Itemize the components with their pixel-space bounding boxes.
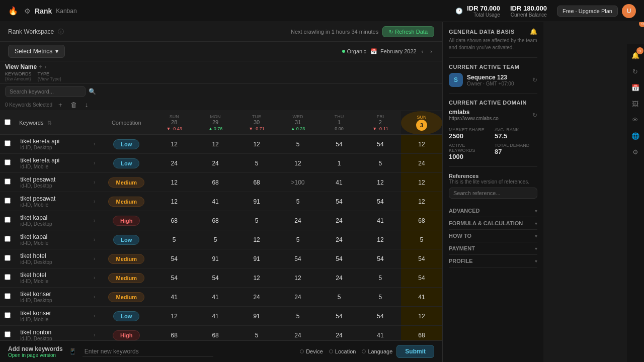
row-checkbox[interactable] [5, 236, 11, 242]
chevron-right-icon[interactable]: › [94, 160, 95, 166]
domain-sync-icon[interactable]: ↻ [532, 112, 537, 119]
keywords-column-header: Keywords ⇅ [15, 111, 99, 135]
rank-value-cell: 54 [318, 307, 360, 326]
row-checkbox[interactable] [5, 293, 11, 299]
competition-badge: Low [113, 311, 139, 321]
table-row: tiket kereta api id-ID, Desktop › Low121… [0, 135, 442, 154]
device-filter[interactable]: Device [300, 348, 323, 354]
keyword-name: tiket kereta api [20, 138, 59, 145]
row-checkbox[interactable] [5, 198, 11, 204]
notification-icon[interactable]: 🔔 9 [530, 28, 537, 35]
keyword-sub: id-ID, Desktop [20, 145, 59, 150]
accordion-item[interactable]: HOW TO ▾ [449, 230, 537, 242]
market-share-stat: MARKET SHARE 2500 [449, 127, 492, 140]
row-checkbox[interactable] [5, 312, 11, 318]
chevron-right-icon[interactable]: › [94, 237, 95, 242]
accordion-item[interactable]: ADVANCED ▾ [449, 205, 537, 217]
domain-name: cmlabs [449, 109, 499, 116]
keyword-name: tiket konser [20, 291, 52, 298]
competition-badge: High [113, 216, 140, 226]
workspace-label: Rank Workspace ⓘ [8, 28, 64, 36]
open-page-link[interactable]: Open in page version [8, 352, 63, 358]
view-name-section: View Name + › KEYWORDS {Kw Amount} TYPE … [5, 63, 83, 81]
nav-view-icon[interactable]: › [44, 63, 46, 70]
avatar[interactable]: U [622, 4, 636, 18]
chevron-right-icon[interactable]: › [94, 313, 95, 319]
rank-value-cell: 91 [195, 249, 236, 268]
select-all-checkbox[interactable] [5, 119, 11, 125]
accordion-item[interactable]: PROFILE ▾ [449, 255, 537, 267]
data-table-container: Keywords ⇅ Competition SUN 28 ▼-0.43 MON [0, 111, 442, 340]
chevron-right-icon[interactable]: › [94, 294, 95, 300]
next-arrow[interactable]: › [428, 47, 434, 55]
submit-button[interactable]: Submit [396, 345, 434, 358]
chevron-right-icon[interactable]: › [94, 256, 95, 261]
accordion-chevron-icon: ▾ [535, 258, 537, 264]
refs-search-input[interactable] [449, 188, 537, 199]
team-avatar: S [449, 73, 463, 87]
chevron-right-icon[interactable]: › [94, 332, 95, 338]
rank-value-cell: 24 [277, 326, 318, 341]
competition-cell: Medium [99, 249, 153, 268]
prev-arrow[interactable]: ‹ [420, 47, 426, 55]
competition-badge: Medium [108, 292, 144, 302]
keyword-name: tiket nonton [20, 329, 52, 336]
add-keyword-icon[interactable]: + [56, 100, 64, 110]
search-icon: 🔍 [89, 88, 96, 95]
rank-value-cell: 24 [318, 268, 360, 288]
active-keywords-stat: ACTIVE KEYWORDS 1000 [449, 143, 492, 160]
row-checkbox[interactable] [5, 274, 11, 280]
team-sync-icon[interactable]: ↻ [532, 76, 537, 83]
select-metrics-button[interactable]: Select Metrics ▾ [8, 45, 65, 58]
competition-badge: Low [113, 139, 139, 149]
competition-cell: Medium [99, 268, 153, 288]
accordion-item[interactable]: PAYMENT ▾ [449, 242, 537, 255]
accordion-item[interactable]: FORMULA & CALCULATION ▾ [449, 217, 537, 230]
chevron-right-icon[interactable]: › [94, 199, 95, 204]
row-checkbox[interactable] [5, 217, 11, 223]
search-input[interactable] [5, 86, 86, 97]
right-panel: General Data Basis 🔔 9 All data shown ar… [443, 22, 543, 362]
language-filter[interactable]: Language [362, 348, 392, 354]
today-rank-cell: 12 [401, 173, 442, 192]
rank-value-cell: 54 [153, 268, 195, 288]
row-checkbox[interactable] [5, 178, 11, 185]
chevron-right-icon[interactable]: › [94, 275, 95, 281]
competition-cell: Low [99, 135, 153, 154]
keyword-cell: tiket kereta api id-ID, Mobile › [15, 154, 99, 173]
location-filter[interactable]: Location [329, 348, 356, 354]
keyword-cell: tiket kereta api id-ID, Desktop › [15, 135, 99, 154]
row-checkbox[interactable] [5, 140, 11, 146]
rank-value-cell: 5 [360, 288, 401, 307]
row-checkbox[interactable] [5, 255, 11, 261]
keyword-cell: tiket konser id-ID, Desktop › [15, 288, 99, 307]
settings-icon[interactable]: ⚙ [24, 7, 31, 15]
keyword-name: tiket pesawat [20, 176, 55, 183]
accordion-chevron-icon: ▾ [535, 221, 537, 226]
upgrade-button[interactable]: Free · Upgrade Plan [557, 6, 618, 17]
chevron-right-icon[interactable]: › [94, 218, 95, 223]
table-row: tiket kapal id-ID, Desktop › High6868524… [0, 211, 442, 230]
accordion-section: ADVANCED ▾ FORMULA & CALCULATION ▾ HOW T… [449, 205, 537, 267]
domain-url: https://www.cmlabs.co [449, 116, 499, 121]
rank-value-cell: 5 [236, 211, 277, 230]
sort-icon[interactable]: ⇅ [47, 120, 52, 126]
today-rank-cell: 68 [401, 326, 442, 341]
keyword-name: tiket kereta api [20, 157, 59, 164]
row-checkbox[interactable] [5, 159, 11, 165]
row-checkbox[interactable] [5, 331, 11, 337]
new-keyword-input[interactable] [83, 347, 213, 356]
refresh-button[interactable]: ↻ Refresh Data [382, 26, 434, 37]
rank-value-cell: 12 [236, 230, 277, 249]
export-icon[interactable]: ↓ [83, 100, 91, 110]
rank-value-cell: 68 [153, 211, 195, 230]
chevron-icon: ▾ [55, 48, 58, 55]
organic-filter[interactable]: Organic [342, 48, 367, 54]
chevron-right-icon[interactable]: › [94, 179, 95, 185]
chevron-right-icon[interactable]: › [94, 141, 95, 147]
rank-value-cell: 24 [195, 154, 236, 173]
select-all-header[interactable] [0, 111, 15, 135]
keyword-cell: tiket nonton id-ID, Desktop › [15, 326, 99, 341]
add-view-icon[interactable]: + [39, 63, 42, 70]
delete-keyword-icon[interactable]: 🗑 [68, 100, 79, 110]
